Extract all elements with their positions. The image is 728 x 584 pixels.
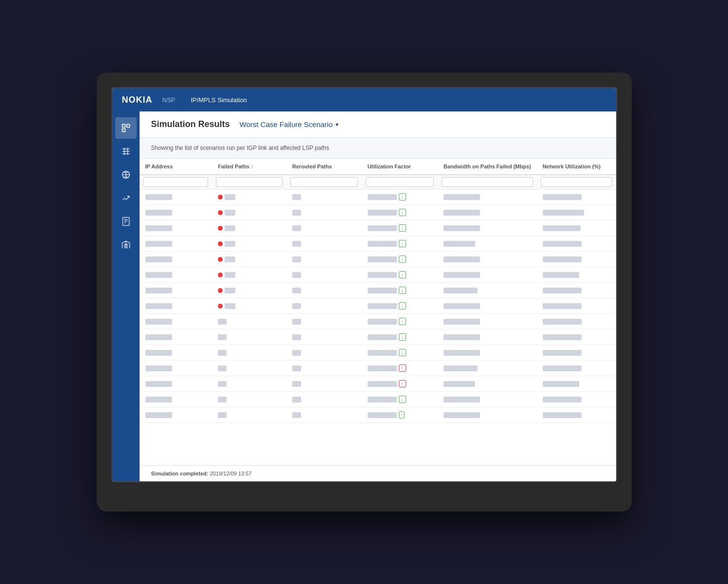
- filter-cell-ip: [140, 175, 213, 189]
- table-row[interactable]: ↓: [140, 236, 616, 252]
- cell-bw-failed: [438, 392, 537, 407]
- cell-failed-paths: [212, 267, 286, 283]
- filter-fp-input[interactable]: [216, 177, 283, 187]
- sidebar-item-map[interactable]: [115, 117, 137, 139]
- scenario-dropdown[interactable]: Worst Case Failure Scenario ▾: [240, 120, 338, 128]
- cell-net-util: [537, 392, 616, 407]
- cell-bw-failed: [438, 345, 537, 361]
- cell-failed-paths: [212, 376, 286, 392]
- nokia-logo: NOKIA: [122, 95, 153, 105]
- cell-rerouted-paths: [286, 220, 362, 236]
- table-row[interactable]: ↑: [140, 361, 616, 376]
- cell-util-factor: ↓: [362, 298, 438, 314]
- util-down-badge: ↓: [399, 349, 406, 356]
- red-dot-icon: [218, 288, 223, 293]
- screen: NOKIA NSP IP/MPLS Simulation: [111, 87, 617, 482]
- cell-net-util: [537, 361, 616, 376]
- table-row[interactable]: ↓: [140, 298, 616, 314]
- sidebar-item-simulation[interactable]: [115, 164, 137, 185]
- sidebar-item-diagram[interactable]: [115, 141, 137, 162]
- col-failed-paths[interactable]: Failed Paths ↑: [212, 159, 286, 175]
- cell-ip: [140, 407, 213, 423]
- cell-net-util: [537, 236, 616, 252]
- results-table: IP Address Failed Paths ↑ Rerouted Paths: [140, 159, 616, 423]
- cell-bw-failed: [438, 252, 537, 267]
- util-down-badge: ↓: [399, 271, 406, 278]
- cell-util-factor: ↓: [362, 252, 438, 267]
- util-down-badge: ↓: [399, 256, 406, 263]
- util-down-badge: ↓: [399, 318, 406, 325]
- cell-bw-failed: [438, 298, 537, 314]
- filter-ip-input[interactable]: [143, 177, 209, 187]
- cell-ip: [140, 361, 213, 376]
- table-container[interactable]: IP Address Failed Paths ↑ Rerouted Paths: [140, 159, 616, 465]
- filter-bw-input[interactable]: [442, 177, 533, 187]
- table-row[interactable]: ·: [140, 407, 616, 423]
- red-dot-icon: [218, 241, 223, 246]
- table-header-row: IP Address Failed Paths ↑ Rerouted Paths: [140, 159, 616, 175]
- content-area: Simulation Results Worst Case Failure Sc…: [140, 111, 616, 481]
- cell-failed-paths: [212, 236, 286, 252]
- col-net-util[interactable]: Network Utilization (%): [537, 159, 616, 175]
- cell-bw-failed: [438, 361, 537, 376]
- table-row[interactable]: ↓: [140, 220, 616, 236]
- cell-bw-failed: [438, 283, 537, 298]
- cell-rerouted-paths: [286, 252, 362, 267]
- sidebar-item-network[interactable]: [115, 187, 137, 209]
- util-down-badge: ↓: [399, 302, 406, 310]
- cell-net-util: [537, 298, 616, 314]
- col-rerouted-paths[interactable]: Rerouted Paths: [286, 159, 362, 175]
- scenario-label: Worst Case Failure Scenario: [240, 120, 333, 128]
- table-row[interactable]: ↓: [140, 283, 616, 298]
- cell-ip: [140, 252, 213, 267]
- table-row[interactable]: ↓: [140, 345, 616, 361]
- footer-timestamp: 2019/12/09 13:57: [210, 471, 252, 476]
- cell-bw-failed: [438, 205, 537, 220]
- util-down-badge: ↓: [399, 287, 406, 294]
- cell-rerouted-paths: [286, 345, 362, 361]
- cell-net-util: [537, 252, 616, 267]
- cell-util-factor: ↓: [362, 267, 438, 283]
- cell-failed-paths: [212, 252, 286, 267]
- col-ip-address[interactable]: IP Address: [140, 159, 213, 175]
- table-row[interactable]: ↓: [140, 314, 616, 329]
- cell-util-factor: ↑: [362, 361, 438, 376]
- table-row[interactable]: ↓: [140, 392, 616, 407]
- table-row[interactable]: ↓: [140, 252, 616, 267]
- cell-ip: [140, 189, 213, 205]
- filter-nu-input[interactable]: [541, 177, 612, 187]
- table-row[interactable]: ↑: [140, 376, 616, 392]
- cell-bw-failed: [438, 267, 537, 283]
- table-row[interactable]: ↓: [140, 189, 616, 205]
- table-row[interactable]: ↓: [140, 329, 616, 345]
- cell-failed-paths: [212, 407, 286, 423]
- cell-ip: [140, 298, 213, 314]
- cell-bw-failed: [438, 220, 537, 236]
- cell-util-factor: ↓: [362, 314, 438, 329]
- svg-rect-1: [126, 125, 129, 128]
- navbar: NOKIA NSP IP/MPLS Simulation: [112, 88, 616, 111]
- red-dot-icon: [218, 273, 223, 277]
- table-row[interactable]: ↓: [140, 205, 616, 220]
- sidebar-item-library[interactable]: [115, 234, 137, 256]
- red-dot-icon: [218, 226, 223, 231]
- svg-rect-0: [122, 125, 125, 128]
- filter-rp-input[interactable]: [290, 177, 358, 187]
- cell-util-factor: ↓: [362, 345, 438, 361]
- filter-uf-input[interactable]: [366, 177, 434, 187]
- cell-rerouted-paths: [286, 236, 362, 252]
- cell-ip: [140, 205, 213, 220]
- cell-failed-paths: [212, 329, 286, 345]
- cell-ip: [140, 376, 213, 392]
- cell-net-util: [537, 283, 616, 298]
- footer-label: Simulation completed:: [151, 471, 209, 476]
- cell-ip: [140, 329, 213, 345]
- col-bw-failed[interactable]: Bandwidth on Paths Failed (Mbps): [438, 159, 537, 175]
- cell-ip: [140, 267, 213, 283]
- cell-net-util: [537, 345, 616, 361]
- table-row[interactable]: ↓: [140, 267, 616, 283]
- col-util-factor[interactable]: Utilization Factor: [362, 159, 438, 175]
- cell-rerouted-paths: [286, 189, 362, 205]
- sidebar-item-reports[interactable]: [115, 211, 137, 232]
- sort-asc-icon: ↑: [251, 164, 253, 169]
